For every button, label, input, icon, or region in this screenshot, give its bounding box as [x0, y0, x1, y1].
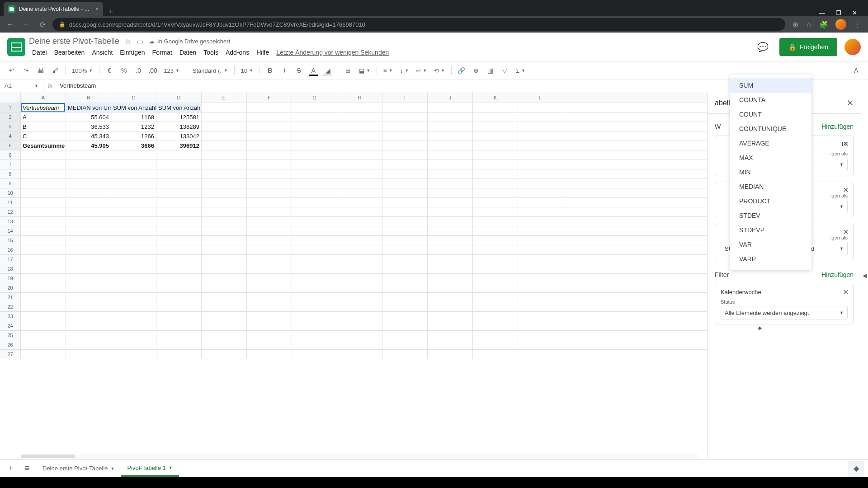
cell[interactable]: [247, 255, 292, 264]
cell[interactable]: [202, 179, 247, 188]
cell[interactable]: [382, 236, 428, 245]
cell[interactable]: [66, 207, 111, 216]
cell[interactable]: [337, 179, 382, 188]
summarize-function-menu[interactable]: SUMCOUNTACOUNTCOUNTUNIQUEAVERAGEMAXMINME…: [730, 75, 811, 270]
cell[interactable]: [337, 160, 382, 169]
cell[interactable]: [337, 188, 382, 197]
cell[interactable]: [473, 150, 518, 160]
cell[interactable]: [337, 340, 382, 349]
column-header[interactable]: B: [66, 92, 111, 103]
cell[interactable]: [156, 321, 202, 330]
menu-einfügen[interactable]: Einfügen: [117, 47, 148, 58]
remove-filter-icon[interactable]: ✕: [843, 288, 849, 296]
cell[interactable]: [202, 113, 247, 122]
cell[interactable]: [518, 245, 563, 254]
row-header[interactable]: 19: [0, 274, 21, 283]
cell[interactable]: 1168: [111, 113, 156, 122]
cell[interactable]: [292, 312, 337, 321]
column-header[interactable]: J: [428, 92, 473, 103]
undo-icon[interactable]: ↶: [5, 64, 18, 77]
cell[interactable]: [247, 340, 292, 349]
strikethrough-button[interactable]: S: [292, 64, 305, 77]
menu-tools[interactable]: Tools: [200, 47, 222, 58]
cell[interactable]: [337, 321, 382, 330]
cell[interactable]: [382, 160, 428, 169]
cell[interactable]: [202, 236, 247, 245]
document-title[interactable]: Deine erste Pivot-Tabelle: [29, 37, 119, 46]
cell[interactable]: [156, 207, 202, 216]
add-value-button[interactable]: Hinzufügen: [821, 123, 854, 130]
wrap-button[interactable]: ↩▼: [413, 67, 429, 74]
horizontal-scrollbar[interactable]: [21, 454, 698, 459]
row-header[interactable]: 13: [0, 217, 21, 226]
cell[interactable]: [111, 255, 156, 264]
cell[interactable]: [292, 103, 337, 112]
cell[interactable]: [473, 160, 518, 169]
cell[interactable]: [428, 264, 473, 273]
cell[interactable]: [382, 321, 428, 330]
cell[interactable]: [66, 255, 111, 264]
cell[interactable]: [292, 131, 337, 141]
cell[interactable]: [382, 312, 428, 321]
cell[interactable]: [382, 331, 428, 340]
cell[interactable]: [292, 141, 337, 150]
cell[interactable]: [518, 207, 563, 216]
cell[interactable]: [382, 293, 428, 302]
column-header[interactable]: H: [337, 92, 382, 103]
menu-icon[interactable]: ⋮: [854, 20, 861, 29]
cell[interactable]: [247, 293, 292, 302]
cell[interactable]: [382, 198, 428, 207]
cell[interactable]: [156, 340, 202, 349]
row-header[interactable]: 12: [0, 207, 21, 216]
cell[interactable]: [518, 179, 563, 188]
cell[interactable]: [156, 188, 202, 197]
cell[interactable]: [473, 122, 518, 131]
cell[interactable]: [156, 302, 202, 311]
cell[interactable]: [473, 226, 518, 235]
cell[interactable]: [337, 274, 382, 283]
cell[interactable]: [337, 122, 382, 131]
comment-insert-button[interactable]: ⊕: [470, 64, 482, 77]
cell[interactable]: [337, 293, 382, 302]
cell[interactable]: [428, 169, 473, 178]
menu-bearbeiten[interactable]: Bearbeiten: [51, 47, 88, 58]
function-option-countunique[interactable]: COUNTUNIQUE: [730, 122, 811, 136]
column-header[interactable]: I: [382, 92, 428, 103]
cell[interactable]: SUM von Anzahl: [111, 103, 156, 112]
cell[interactable]: [202, 226, 247, 235]
cell[interactable]: [337, 150, 382, 160]
cell[interactable]: 3666: [111, 141, 156, 150]
cell[interactable]: [156, 150, 202, 160]
explore-button[interactable]: ◆: [848, 460, 864, 477]
cell[interactable]: [518, 103, 563, 112]
all-sheets-button[interactable]: ≡: [20, 461, 34, 476]
cell[interactable]: [247, 150, 292, 160]
sheet-tab[interactable]: Deine erste Pivot-Tabelle▼: [36, 460, 121, 477]
cell[interactable]: [247, 103, 292, 112]
cell[interactable]: [292, 169, 337, 178]
cell[interactable]: [202, 302, 247, 311]
cell[interactable]: [518, 226, 563, 235]
cell[interactable]: [111, 264, 156, 273]
add-filter-button[interactable]: Hinzufügen: [821, 271, 854, 278]
cell[interactable]: [156, 255, 202, 264]
cell[interactable]: [428, 217, 473, 226]
cell[interactable]: [202, 150, 247, 160]
increase-decimal-button[interactable]: .00: [146, 64, 159, 77]
cell[interactable]: [247, 179, 292, 188]
cell[interactable]: [518, 255, 563, 264]
cell[interactable]: [518, 340, 563, 349]
number-format-select[interactable]: 123▼: [161, 67, 182, 74]
cell[interactable]: [518, 274, 563, 283]
cell[interactable]: [111, 350, 156, 359]
text-color-button[interactable]: A: [307, 64, 320, 77]
cell[interactable]: [382, 207, 428, 216]
cell[interactable]: [247, 160, 292, 169]
cell[interactable]: [518, 264, 563, 273]
cell[interactable]: [156, 331, 202, 340]
cell[interactable]: [21, 340, 66, 349]
column-header[interactable]: G: [292, 92, 337, 103]
cell[interactable]: [202, 207, 247, 216]
cell[interactable]: [247, 122, 292, 131]
cell[interactable]: [337, 302, 382, 311]
